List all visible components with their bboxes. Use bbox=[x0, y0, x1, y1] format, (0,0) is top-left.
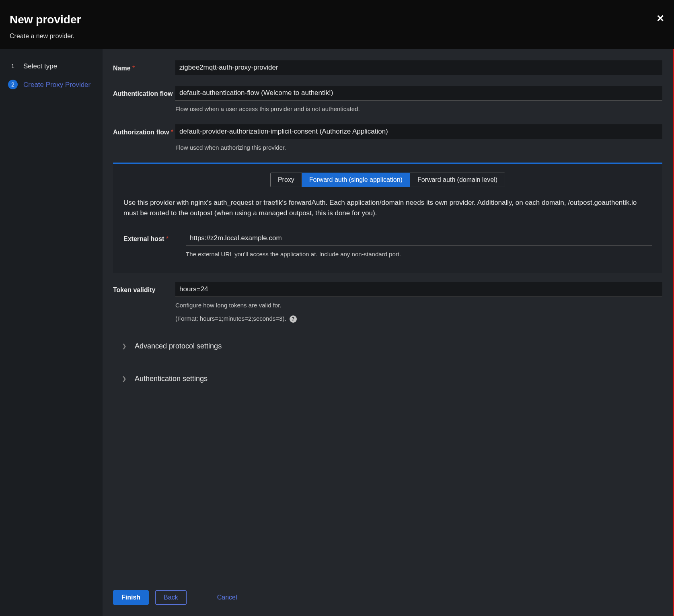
proxy-mode-section: Proxy Forward auth (single application) … bbox=[113, 163, 662, 273]
wizard-step-create-proxy[interactable]: 2 Create Proxy Provider bbox=[8, 80, 95, 90]
expander-authentication-settings[interactable]: ❯ Authentication settings bbox=[113, 366, 662, 391]
modal-new-provider: New provider Create a new provider. ✕ 1 … bbox=[0, 0, 674, 616]
authz-flow-input[interactable] bbox=[175, 124, 662, 139]
field-name: Name bbox=[113, 60, 662, 75]
token-validity-help-1: Configure how long tokens are valid for. bbox=[175, 301, 662, 310]
field-token-validity: Token validity Configure how long tokens… bbox=[113, 282, 662, 323]
wizard-step-select-type[interactable]: 1 Select type bbox=[8, 61, 95, 72]
wizard-step-number: 2 bbox=[8, 80, 18, 89]
finish-button[interactable]: Finish bbox=[113, 590, 149, 605]
expander-label: Authentication settings bbox=[135, 373, 208, 384]
wizard-step-number: 1 bbox=[8, 62, 18, 71]
name-label: Name bbox=[113, 60, 175, 73]
expander-label: Advanced protocol settings bbox=[135, 341, 222, 352]
authz-flow-help: Flow used when authorizing this provider… bbox=[175, 143, 662, 152]
auth-flow-label: Authentication flow bbox=[113, 86, 175, 99]
external-host-label: External host bbox=[123, 231, 186, 244]
wizard-step-label: Select type bbox=[23, 61, 57, 72]
chevron-right-icon: ❯ bbox=[122, 342, 127, 350]
page-title: New provider bbox=[10, 11, 81, 28]
field-external-host: External host The external URL you'll ac… bbox=[123, 231, 652, 259]
proxy-mode-tabs: Proxy Forward auth (single application) … bbox=[123, 173, 652, 187]
chevron-right-icon: ❯ bbox=[122, 375, 127, 383]
cancel-button[interactable]: Cancel bbox=[209, 591, 245, 604]
forward-auth-description: Use this provider with nginx's auth_requ… bbox=[123, 198, 652, 219]
modal-header: New provider Create a new provider. ✕ bbox=[0, 0, 674, 49]
page-subtitle: Create a new provider. bbox=[10, 31, 81, 41]
close-button[interactable]: ✕ bbox=[656, 11, 664, 26]
token-validity-input[interactable] bbox=[175, 282, 662, 297]
token-validity-label: Token validity bbox=[113, 282, 175, 295]
token-validity-help-2: (Format: hours=1;minutes=2;seconds=3). ? bbox=[175, 314, 662, 323]
help-icon[interactable]: ? bbox=[290, 315, 297, 323]
expander-advanced-protocol[interactable]: ❯ Advanced protocol settings bbox=[113, 334, 662, 359]
wizard-sidebar: 1 Select type 2 Create Proxy Provider bbox=[0, 49, 103, 616]
field-authorization-flow: Authorization flow Flow used when author… bbox=[113, 124, 662, 152]
tab-forward-domain[interactable]: Forward auth (domain level) bbox=[410, 173, 505, 187]
external-host-input[interactable] bbox=[186, 231, 652, 246]
external-host-help: The external URL you'll access the appli… bbox=[186, 250, 652, 259]
close-icon: ✕ bbox=[656, 13, 664, 24]
field-authentication-flow: Authentication flow Flow used when a use… bbox=[113, 86, 662, 114]
authz-flow-label: Authorization flow bbox=[113, 124, 175, 137]
tab-proxy[interactable]: Proxy bbox=[270, 173, 302, 187]
tab-forward-single[interactable]: Forward auth (single application) bbox=[302, 173, 410, 187]
name-input[interactable] bbox=[175, 60, 662, 75]
wizard-step-label: Create Proxy Provider bbox=[23, 80, 90, 90]
auth-flow-help: Flow used when a user access this provid… bbox=[175, 105, 662, 114]
auth-flow-input[interactable] bbox=[175, 86, 662, 101]
back-button[interactable]: Back bbox=[155, 590, 187, 605]
wizard-footer: Finish Back Cancel bbox=[113, 578, 662, 605]
